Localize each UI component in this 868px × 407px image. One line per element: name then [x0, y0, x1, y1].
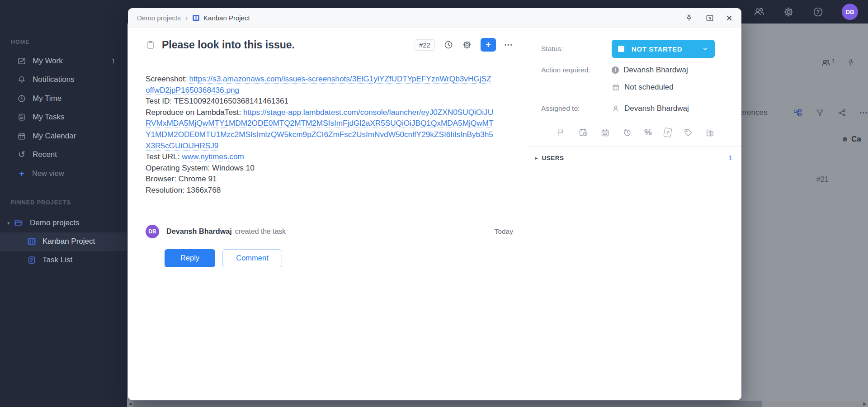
activity-author[interactable]: Devansh Bhardwaj [166, 227, 232, 236]
task-points-icon[interactable]: 7 [663, 128, 672, 137]
users-section-toggle[interactable]: ▸ USERS 1 [535, 147, 732, 169]
calendar-icon [17, 132, 26, 141]
tag-icon[interactable] [684, 128, 693, 137]
time-estimate-icon[interactable] [622, 128, 632, 137]
status-value: NOT STARTED [632, 45, 682, 53]
description-text: Resolution: 1366x768 [146, 185, 221, 194]
comment-button[interactable]: Comment [222, 249, 282, 267]
test-url-link[interactable]: www.nytimes.com [182, 152, 244, 161]
sidebar-item-my-time[interactable]: My Time [0, 89, 127, 108]
task-id-badge[interactable]: #22 [415, 39, 435, 51]
task-properties-panel: Status: NOT STARTED Action required: ! D… [526, 28, 741, 400]
sidebar-item-label: Task List [42, 256, 72, 265]
activity-timestamp: Today [495, 227, 513, 236]
screenshot-link[interactable]: https://s3.amazonaws.com/issues-screensh… [146, 74, 491, 95]
home-section-label: HOME [0, 39, 127, 45]
reply-button[interactable]: Reply [165, 249, 215, 267]
help-icon[interactable]: ? [812, 6, 824, 18]
description-text: Operating System: Windows 10 [146, 163, 255, 172]
task-detail-modal: Demo projects › Kanban Project × [128, 8, 741, 400]
sidebar-item-label: Recent [33, 150, 57, 159]
new-view-label: New view [32, 169, 64, 178]
bell-icon [17, 75, 26, 84]
assigned-to-value[interactable]: Devansh Bhardwaj [612, 104, 689, 113]
calendar-icon [612, 83, 620, 91]
sidebar-item-label: My Calendar [33, 132, 76, 141]
plus-icon: + [17, 169, 26, 179]
sidebar-item-my-work[interactable]: My Work 1 [0, 52, 127, 71]
tasks-doc-icon [17, 113, 26, 122]
activity-entry: DB Devansh Bhardwaj created the task Tod… [146, 225, 513, 238]
status-square-icon [618, 46, 624, 52]
kanban-board-icon [192, 14, 200, 22]
assigned-to-label: Assigned to: [541, 104, 612, 113]
open-in-window-icon[interactable] [705, 14, 714, 23]
task-more-icon[interactable]: ••• [505, 42, 513, 47]
project-label: Demo projects [30, 218, 80, 227]
priority-flag-icon[interactable] [557, 128, 566, 137]
folder-open-icon [14, 218, 24, 228]
history-icon: ↺ [17, 150, 26, 159]
task-description: Screenshot: https://s3.amazonaws.com/iss… [146, 73, 494, 196]
user-avatar[interactable]: DB [842, 4, 858, 20]
sidebar-item-my-tasks[interactable]: My Tasks [0, 108, 127, 127]
chevron-right-icon: › [185, 14, 188, 22]
company-icon[interactable] [705, 128, 715, 137]
left-sidebar: HOME My Work 1 Notifications [0, 0, 127, 407]
sidebar-item-label: Notifications [33, 75, 75, 84]
sidebar-item-recent[interactable]: ↺ Recent [0, 146, 127, 165]
expander-triangle-icon[interactable]: ▾ [7, 220, 14, 226]
my-work-badge: 1 [112, 57, 115, 65]
sidebar-item-label: My Time [33, 94, 61, 103]
task-title[interactable]: Please look into this issue. [162, 39, 295, 51]
sidebar-project-demo-projects[interactable]: ▾ Demo projects [0, 214, 127, 232]
kanban-board-icon [27, 237, 36, 246]
info-icon: ! [612, 66, 619, 74]
task-list-icon [27, 256, 36, 265]
sidebar-item-notifications[interactable]: Notifications [0, 71, 127, 90]
people-icon[interactable] [753, 6, 765, 18]
description-text: Test ID: TES10092401650368141461361 [146, 96, 288, 105]
breadcrumb-current[interactable]: Kanban Project [203, 14, 250, 22]
close-icon[interactable]: × [726, 13, 732, 24]
users-count: 1 [728, 154, 732, 162]
action-required-value[interactable]: ! Devansh Bhardwaj [612, 66, 688, 75]
new-view-button[interactable]: + New view [0, 164, 127, 183]
status-label: Status: [541, 45, 612, 53]
svg-text:?: ? [816, 9, 820, 15]
action-required-user: Devansh Bhardwaj [623, 66, 688, 75]
add-button[interactable]: + [481, 38, 496, 52]
task-main-column: Please look into this issue. #22 [128, 28, 526, 400]
activity-avatar: DB [146, 225, 159, 238]
sidebar-item-label: My Tasks [33, 113, 65, 122]
task-settings-gear-icon[interactable] [462, 40, 472, 50]
modal-header: Demo projects › Kanban Project × [128, 8, 741, 28]
settings-gear-icon[interactable] [783, 6, 794, 18]
assigned-user: Devansh Bhardwaj [624, 104, 689, 113]
sidebar-item-label: Kanban Project [42, 237, 95, 246]
triangle-right-icon: ▸ [535, 155, 538, 161]
time-tracking-icon[interactable] [443, 40, 453, 50]
clipboard-icon [146, 40, 156, 50]
users-section-label: USERS [542, 155, 564, 161]
person-icon [612, 104, 620, 113]
schedule-value[interactable]: Not scheduled [612, 83, 674, 92]
description-text: Browser: Chrome 91 [146, 174, 217, 183]
calendar-icon[interactable] [600, 128, 610, 137]
sidebar-item-my-calendar[interactable]: My Calendar [0, 127, 127, 146]
description-text: Reproduce on LambdaTest: [146, 108, 243, 117]
description-text: Screenshot: [146, 74, 189, 83]
calendar-clock-icon[interactable] [578, 128, 588, 137]
sidebar-item-kanban-project[interactable]: Kanban Project [0, 232, 127, 251]
schedule-text: Not scheduled [624, 83, 674, 92]
sidebar-item-label: My Work [33, 57, 63, 66]
sidebar-item-task-list[interactable]: Task List [0, 251, 127, 270]
breadcrumb-parent[interactable]: Demo projects [137, 14, 181, 22]
pin-modal-icon[interactable] [684, 14, 693, 23]
chevron-down-icon [702, 46, 708, 52]
my-work-icon [17, 57, 26, 66]
status-dropdown[interactable]: NOT STARTED [612, 40, 715, 58]
pinned-projects-label: PINNED PROJECTS [0, 199, 127, 206]
percent-icon[interactable]: % [644, 128, 652, 137]
description-text: Test URL: [146, 152, 182, 161]
